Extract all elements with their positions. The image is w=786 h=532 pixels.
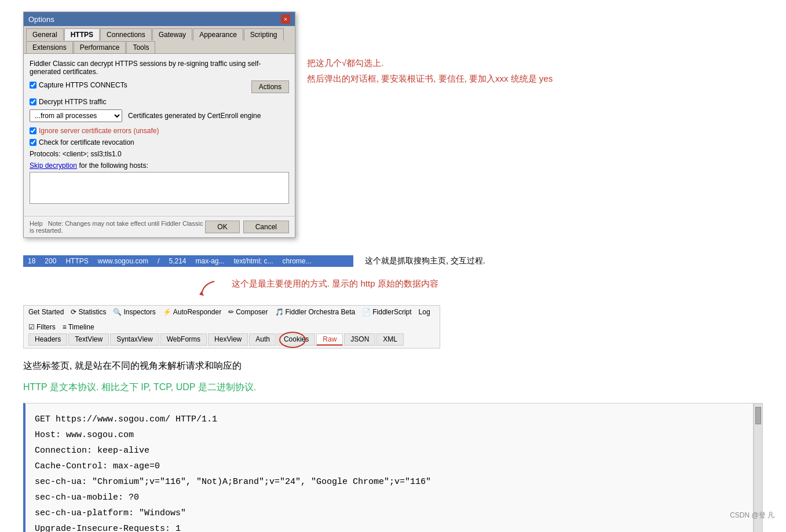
autoresponder-icon: ⚡ bbox=[163, 308, 171, 316]
tab-extensions[interactable]: Extensions bbox=[26, 41, 73, 53]
orchestra-label: Fiddler Orchestra Beta bbox=[286, 308, 356, 316]
fiddler-tabs-row: Headers TextView SyntaxView WebForms Hex… bbox=[28, 333, 435, 346]
footer-buttons: OK Cancel bbox=[205, 221, 289, 233]
traffic-status: 200 bbox=[45, 257, 56, 265]
fiddler-item-timeline[interactable]: ≡ Timeline bbox=[63, 323, 94, 331]
annotation-right: 把这几个√都勾选上. 然后弹出的对话框, 要安装根证书, 要信任, 要加入xxx… bbox=[307, 12, 553, 85]
fiddler-item-composer[interactable]: ✏ Composer bbox=[228, 308, 268, 316]
dialog-footer: Help Note: Changes may not take effect u… bbox=[24, 216, 295, 237]
tab-hexview[interactable]: HexView bbox=[208, 333, 248, 346]
help-link[interactable]: Help Note: Changes may not take effect u… bbox=[30, 220, 205, 234]
autoresponder-label: AutoResponder bbox=[173, 308, 221, 316]
ignore-label: Ignore server certificate errors (unsafe… bbox=[39, 127, 159, 135]
tab-syntaxview[interactable]: SyntaxView bbox=[110, 333, 159, 346]
ok-button[interactable]: OK bbox=[205, 221, 239, 233]
skip-link[interactable]: Skip decryption bbox=[30, 162, 77, 170]
filters-icon: ☑ bbox=[28, 323, 35, 331]
skip-suffix: for the following hosts: bbox=[77, 162, 148, 170]
fiddler-item-statistics[interactable]: ⟳ Statistics bbox=[71, 308, 106, 316]
raw-line-0: GET https://www.sogou.com/ HTTP/1.1 bbox=[35, 412, 744, 427]
tab-xml[interactable]: XML bbox=[376, 333, 404, 346]
decrypt-label: Decrypt HTTPS traffic bbox=[39, 98, 106, 106]
ignore-checkbox[interactable] bbox=[30, 127, 36, 134]
timeline-label: Timeline bbox=[68, 323, 94, 331]
arrow-icon bbox=[197, 278, 226, 302]
composer-icon: ✏ bbox=[228, 308, 234, 316]
capture-label: Capture HTTPS CONNECTs bbox=[39, 81, 127, 89]
protocols-row: Protocols: <client>; ssl3;tls1.0 bbox=[30, 150, 289, 158]
traffic-annotation: 这个就是抓取搜狗主页, 交互过程. bbox=[365, 256, 485, 266]
tab-webforms[interactable]: WebForms bbox=[160, 333, 207, 346]
fiddler-item-fiddlerscript[interactable]: 📄 FiddlerScript bbox=[362, 308, 411, 316]
annotation-line2: 然后弹出的对话框, 要安装根证书, 要信任, 要加入xxx 统统是 yes bbox=[307, 74, 553, 85]
statistics-icon: ⟳ bbox=[71, 308, 76, 316]
raw-line-4: sec-ch-ua: "Chromium";v="116", "Not)A;Br… bbox=[35, 474, 744, 490]
dialog-container: Options × General HTTPS Connections Gate… bbox=[23, 12, 763, 238]
fiddler-item-inspectors[interactable]: 🔍 Inspectors bbox=[113, 308, 155, 316]
options-dialog: Options × General HTTPS Connections Gate… bbox=[23, 12, 295, 238]
statistics-label: Statistics bbox=[78, 308, 106, 316]
traffic-bar: 18 200 HTTPS www.sogou.com / 5,214 max-a… bbox=[23, 255, 353, 267]
process-select-row: ...from all processes ...from browsers o… bbox=[30, 109, 289, 122]
tab-https[interactable]: HTTPS bbox=[64, 28, 100, 41]
arrow-annotation-row: 这个是最主要使用的方式. 显示的 http 原始的数据内容 bbox=[23, 278, 763, 302]
description-section: 这些标签页, 就是站在不同的视角来解析请求和响应的 bbox=[23, 360, 763, 372]
fiddler-item-get-started[interactable]: Get Started bbox=[28, 308, 64, 316]
fiddler-item-log[interactable]: Log bbox=[419, 308, 430, 316]
tab-raw[interactable]: Raw bbox=[316, 333, 343, 346]
check-checkbox[interactable] bbox=[30, 139, 36, 146]
tab-headers[interactable]: Headers bbox=[28, 333, 67, 346]
traffic-size: 5,214 bbox=[169, 257, 186, 265]
raw-line-5: sec-ch-ua-mobile: ?0 bbox=[35, 490, 744, 505]
check-checkbox-row: Check for certificate revocation bbox=[30, 138, 289, 146]
check-label: Check for certificate revocation bbox=[39, 138, 134, 146]
info-text: Fiddler Classic can decrypt HTTPS sessio… bbox=[30, 60, 289, 76]
traffic-content-type: text/html; c... bbox=[234, 257, 273, 265]
tab-auth[interactable]: Auth bbox=[249, 333, 276, 346]
tab-performance[interactable]: Performance bbox=[74, 41, 126, 53]
dialog-body: Fiddler Classic can decrypt HTTPS sessio… bbox=[24, 54, 295, 216]
process-select[interactable]: ...from all processes ...from browsers o… bbox=[30, 109, 122, 122]
fiddler-item-filters[interactable]: ☑ Filters bbox=[28, 323, 56, 331]
arrow-annotation-text: 这个是最主要使用的方式. 显示的 http 原始的数据内容 bbox=[232, 278, 438, 289]
traffic-process: chrome... bbox=[283, 257, 312, 265]
svg-marker-0 bbox=[199, 291, 204, 296]
traffic-path: / bbox=[158, 257, 159, 265]
traffic-protocol: HTTPS bbox=[65, 257, 88, 265]
decrypt-checkbox-row: Decrypt HTTPS traffic bbox=[30, 98, 289, 106]
tab-appearance[interactable]: Appearance bbox=[193, 28, 243, 41]
scrollbar-thumb[interactable] bbox=[755, 407, 761, 424]
fiddler-item-orchestra[interactable]: 🎵 Fiddler Orchestra Beta bbox=[275, 308, 356, 316]
fiddler-section: 这个是最主要使用的方式. 显示的 http 原始的数据内容 Get Starte… bbox=[23, 278, 763, 348]
cert-text: Certificates generated by CertEnroll eng… bbox=[128, 112, 261, 120]
tab-gateway[interactable]: Gateway bbox=[152, 28, 192, 41]
tab-tools[interactable]: Tools bbox=[126, 41, 155, 53]
raw-content-container: GET https://www.sogou.com/ HTTP/1.1 Host… bbox=[23, 403, 763, 532]
tab-general[interactable]: General bbox=[26, 28, 64, 41]
close-button[interactable]: × bbox=[281, 14, 290, 24]
composer-label: Composer bbox=[236, 308, 268, 316]
timeline-icon: ≡ bbox=[63, 323, 67, 331]
fiddlerscript-icon: 📄 bbox=[362, 308, 371, 316]
fiddler-item-autoresponder[interactable]: ⚡ AutoResponder bbox=[163, 308, 221, 316]
tab-connections[interactable]: Connections bbox=[100, 28, 152, 41]
dialog-tabs: General HTTPS Connections Gateway Appear… bbox=[24, 26, 295, 54]
dialog-title: Options bbox=[28, 15, 54, 24]
skip-textarea[interactable] bbox=[30, 172, 289, 204]
actions-button[interactable]: Actions bbox=[251, 80, 289, 93]
dialog-titlebar: Options × bbox=[24, 12, 295, 26]
capture-checkbox[interactable] bbox=[30, 82, 36, 89]
tab-textview[interactable]: TextView bbox=[68, 333, 109, 346]
tab-scripting[interactable]: Scripting bbox=[244, 28, 284, 41]
footer-note: Note: Changes may not take effect until … bbox=[30, 220, 203, 234]
fiddler-top-row: Get Started ⟳ Statistics 🔍 Inspectors ⚡ … bbox=[28, 308, 435, 331]
fiddler-toolbar: Get Started ⟳ Statistics 🔍 Inspectors ⚡ … bbox=[23, 305, 440, 348]
raw-line-3: Cache-Control: max-age=0 bbox=[35, 458, 744, 474]
tab-cookies[interactable]: Cookies bbox=[277, 333, 315, 346]
traffic-section: 18 200 HTTPS www.sogou.com / 5,214 max-a… bbox=[23, 255, 763, 267]
orchestra-icon: 🎵 bbox=[275, 308, 284, 316]
tab-json[interactable]: JSON bbox=[344, 333, 375, 346]
http-note: HTTP 是文本协议. 相比之下 IP, TCP, UDP 是二进制协议. bbox=[23, 381, 763, 394]
decrypt-checkbox[interactable] bbox=[30, 98, 36, 105]
cancel-button[interactable]: Cancel bbox=[243, 221, 289, 233]
